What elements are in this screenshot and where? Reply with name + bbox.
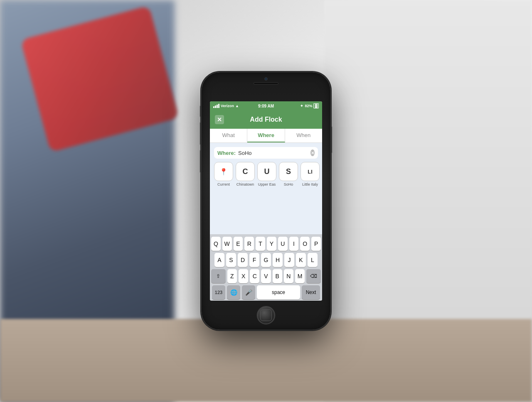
keyboard-bottom-row: 123 🌐 🎤 space Next	[211, 285, 321, 299]
app-title: Add Flock	[250, 116, 282, 123]
earpiece-speaker	[254, 82, 278, 85]
keyboard-row-3: ⇧ Z X C V B N M ⌫	[211, 269, 321, 283]
clear-icon: ✕	[311, 151, 314, 155]
space-label: space	[272, 289, 285, 295]
current-location-label: Current	[217, 182, 230, 186]
close-icon: ✕	[217, 117, 222, 123]
key-h[interactable]: H	[273, 253, 283, 267]
battery-level: 82%	[305, 104, 312, 108]
upper-east-label: Upper Eas	[258, 182, 276, 186]
key-l[interactable]: L	[308, 253, 318, 267]
where-label: Where:	[217, 150, 236, 156]
key-m[interactable]: M	[295, 269, 305, 283]
location-tiles: 📍 Current C Chinatown U Upper Eas S SoHo…	[214, 162, 318, 186]
signal-dot-1	[213, 106, 214, 108]
key-b[interactable]: B	[273, 269, 282, 283]
where-input[interactable]	[238, 150, 308, 156]
key-a[interactable]: A	[214, 253, 224, 267]
status-bar: Verizon ▲ 9:09 AM ✦ 82% ▓	[210, 101, 322, 110]
shift-key[interactable]: ⇧	[211, 269, 226, 283]
signal-dot-4	[218, 104, 219, 108]
key-e[interactable]: E	[234, 237, 243, 251]
power-button[interactable]	[330, 126, 332, 153]
home-button[interactable]	[257, 306, 275, 324]
phone-top	[202, 72, 330, 101]
chinatown-icon: C	[236, 162, 255, 181]
delete-key[interactable]: ⌫	[306, 269, 321, 283]
location-tile-upper-east[interactable]: U Upper Eas	[257, 162, 276, 186]
content-area: Where: ✕ 📍 Current C Chinatown U	[210, 143, 322, 234]
key-i[interactable]: I	[289, 237, 299, 251]
signal-dot-2	[215, 105, 216, 108]
app-header: ✕ Add Flock	[210, 110, 322, 129]
key-w[interactable]: W	[222, 237, 232, 251]
close-button[interactable]: ✕	[215, 115, 224, 124]
key-j[interactable]: J	[284, 253, 294, 267]
volume-up-button[interactable]	[200, 122, 202, 145]
side-buttons-right	[330, 126, 332, 153]
soho-icon: S	[279, 162, 298, 181]
carrier-label: Verizon	[221, 104, 234, 108]
mic-key[interactable]: 🎤	[242, 285, 255, 299]
key-n[interactable]: N	[284, 269, 293, 283]
delete-icon: ⌫	[310, 273, 317, 279]
little-italy-label: Little Italy	[302, 182, 318, 186]
num-key[interactable]: 123	[212, 285, 225, 299]
tab-bar: What Where When	[210, 129, 322, 143]
mute-button[interactable]	[200, 105, 202, 117]
little-italy-icon: LI	[300, 162, 320, 181]
phone-screen: Verizon ▲ 9:09 AM ✦ 82% ▓ ✕ Add Flock Wh…	[210, 101, 322, 301]
space-key[interactable]: space	[257, 285, 300, 299]
where-input-row: Where: ✕	[214, 147, 318, 159]
key-g[interactable]: G	[261, 253, 271, 267]
status-time: 9:09 AM	[258, 104, 274, 108]
location-tile-current[interactable]: 📍 Current	[214, 162, 233, 186]
signal-strength	[213, 104, 219, 108]
bluetooth-icon: ✦	[300, 104, 303, 108]
mic-icon: 🎤	[245, 289, 252, 296]
keyboard-row-2: A S D F G H J K L	[211, 253, 321, 267]
tab-where[interactable]: Where	[247, 129, 285, 142]
globe-key[interactable]: 🌐	[227, 285, 240, 299]
next-label: Next	[306, 289, 316, 295]
background-table	[0, 319, 532, 402]
key-x[interactable]: X	[239, 269, 248, 283]
key-s[interactable]: S	[226, 253, 236, 267]
volume-down-button[interactable]	[200, 150, 202, 173]
upper-east-icon: U	[257, 162, 276, 181]
shift-icon: ⇧	[216, 273, 220, 279]
current-location-icon: 📍	[214, 162, 233, 181]
key-y[interactable]: Y	[267, 237, 276, 251]
phone-bottom	[202, 301, 330, 330]
key-t[interactable]: T	[256, 237, 265, 251]
next-key[interactable]: Next	[302, 285, 320, 299]
tab-when[interactable]: When	[285, 129, 322, 142]
num-label: 123	[215, 290, 222, 295]
location-tile-little-italy[interactable]: LI Little Italy	[300, 162, 320, 186]
wifi-icon: ▲	[235, 104, 239, 108]
signal-dot-3	[217, 105, 218, 108]
key-p[interactable]: P	[311, 237, 321, 251]
soho-label: SoHo	[284, 182, 293, 186]
front-camera	[264, 77, 268, 81]
chinatown-label: Chinatown	[236, 182, 254, 186]
tab-what[interactable]: What	[210, 129, 247, 142]
globe-icon: 🌐	[230, 289, 237, 296]
location-tile-chinatown[interactable]: C Chinatown	[236, 162, 255, 186]
key-q[interactable]: Q	[211, 237, 221, 251]
key-f[interactable]: F	[249, 253, 259, 267]
home-button-inner	[260, 309, 272, 321]
key-d[interactable]: D	[238, 253, 248, 267]
clear-input-button[interactable]: ✕	[310, 150, 315, 156]
key-r[interactable]: R	[244, 237, 254, 251]
battery-icon: ▓	[313, 103, 319, 108]
key-v[interactable]: V	[261, 269, 271, 283]
key-k[interactable]: K	[296, 253, 306, 267]
side-buttons-left	[200, 105, 202, 173]
key-o[interactable]: O	[300, 237, 310, 251]
location-tile-soho[interactable]: S SoHo	[279, 162, 298, 186]
key-u[interactable]: U	[278, 237, 288, 251]
key-c[interactable]: C	[250, 269, 259, 283]
key-z[interactable]: Z	[227, 269, 237, 283]
status-right: ✦ 82% ▓	[300, 103, 319, 108]
